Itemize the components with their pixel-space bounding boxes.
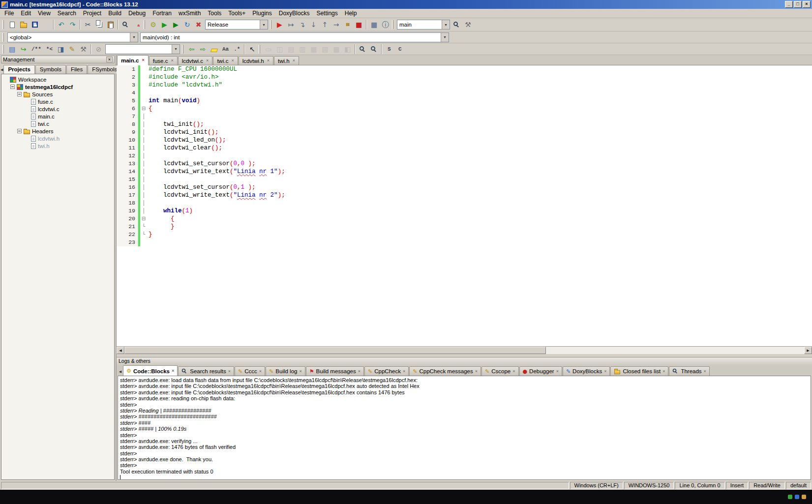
menu-help[interactable]: Help [341,9,361,18]
tab-files[interactable]: Files [66,65,87,74]
toolbar-gripper[interactable] [144,20,145,29]
menu-edit[interactable]: Edit [17,9,34,18]
close-icon[interactable]: × [106,57,113,62]
new-file-button[interactable] [6,19,18,30]
highlight-button[interactable] [209,44,220,55]
maximize-button[interactable]: □ [794,1,802,8]
preferences-button[interactable]: ⚒ [462,19,474,30]
zoom-out-button[interactable] [368,44,380,55]
close-icon[interactable]: × [403,369,405,374]
tree-item-twi-h[interactable]: twi.h [1,142,114,149]
chevron-down-icon[interactable]: ▼ [172,45,180,54]
close-icon[interactable]: × [267,59,270,63]
menu-settings[interactable]: Settings [313,9,341,18]
next-instruction-button[interactable]: → [331,19,342,30]
wxsmith-tool-4-button[interactable]: ▥ [297,44,308,55]
horizontal-scrollbar[interactable]: ◀ ▶ [117,346,812,354]
close-icon[interactable]: × [228,369,231,374]
log-tab-closed-files-list[interactable]: Closed files list× [610,366,668,376]
debug-continue-button[interactable]: ▶ [274,19,285,30]
log-tab-cccc[interactable]: ✎Cccc× [235,366,265,376]
step-out-button[interactable]: ↑ [319,19,331,30]
scrollbar-track[interactable] [124,347,804,354]
chevron-down-icon[interactable]: ▼ [260,20,268,29]
match-case-button[interactable]: Aa [220,44,231,55]
wxsmith-tool-3-button[interactable]: ▤ [285,44,297,55]
log-tab-code-blocks[interactable]: ⚙Code::Blocks× [123,365,178,376]
close-icon[interactable]: × [259,369,262,374]
menu-search[interactable]: Search [54,9,80,18]
menu-build[interactable]: Build [105,9,125,18]
doxyblocks-author-button[interactable]: ◨ [55,44,66,55]
close-icon[interactable]: × [172,369,174,373]
save-all-button[interactable] [40,19,52,30]
close-icon[interactable]: × [556,369,559,374]
menu-fortran[interactable]: Fortran [149,9,175,18]
editor-tab-lcdvtwi-c[interactable]: lcdvtwi.c× [178,56,213,65]
menu-doxyblocks[interactable]: DoxyBlocks [275,9,313,18]
fold-marker[interactable]: ⊟ [140,215,147,223]
log-tab-cscope[interactable]: ✎Cscope× [481,366,518,376]
expander-icon[interactable] [17,129,22,133]
tree-item-headers[interactable]: Headers [1,127,114,135]
break-debugger-button[interactable]: ▮▮ [342,19,353,30]
close-icon[interactable]: × [704,369,706,374]
replace-button[interactable] [131,19,143,30]
tree-item-testmega16lcdpcf[interactable]: testmega16lcdpcf [1,83,114,90]
log-tab-debugger[interactable]: ●Debugger× [519,366,562,376]
log-content[interactable]: stderr> avrdude.exe: load data flash dat… [118,376,811,480]
project-tree[interactable]: Workspacetestmega16lcdpcfSourcesfuse.clc… [1,74,115,480]
menu-wxsmith[interactable]: wxSmith [175,9,204,18]
wxsmith-tool-2-button[interactable]: ◫ [274,44,285,55]
abort-build-button[interactable]: ✖ [193,19,204,30]
toolbar-gripper[interactable] [2,33,4,42]
toolbar-gripper[interactable] [392,20,393,29]
menu-project[interactable]: Project [80,9,105,18]
toolbar-gripper[interactable] [2,45,4,54]
panel-tab-scroll-left[interactable]: ◀ [0,66,3,74]
editor-tab-twi-h[interactable]: twi.h× [274,56,299,65]
wxsmith-tool-6-button[interactable]: ▧ [319,44,331,55]
wxsmith-tool-8-button[interactable]: ◧ [342,44,353,55]
tray-icon[interactable] [795,495,799,499]
close-icon[interactable]: × [206,59,209,63]
menu-tools[interactable]: Tools+ [225,9,249,18]
incsearch-combo[interactable]: ▼ [105,44,180,54]
redo-button[interactable]: ↷ [67,19,78,30]
save-button[interactable] [29,19,40,30]
menu-view[interactable]: View [34,9,54,18]
wxsmith-tool-5-button[interactable]: ▦ [308,44,319,55]
close-button[interactable]: × [803,1,811,8]
step-into-button[interactable]: ↓ [308,19,319,30]
close-icon[interactable]: × [142,58,144,62]
function-combo[interactable]: main(void) : int▼ [140,32,449,42]
find-button[interactable] [120,19,131,30]
zoom-in-button[interactable] [357,44,368,55]
close-icon[interactable]: × [475,369,478,374]
tree-item-fuse-c[interactable]: fuse.c [1,98,114,105]
debugging-windows-button[interactable]: ▦ [368,19,380,30]
copy-button[interactable] [93,19,105,30]
tab-projects[interactable]: Projects [3,65,34,74]
run-button[interactable]: ▶ [159,19,170,30]
close-icon[interactable]: × [171,59,173,63]
close-icon[interactable]: × [358,369,361,374]
nav-back-button[interactable]: ⇦ [186,44,197,55]
doxyblocks-edit-button[interactable]: ✎ [66,44,78,55]
tray-icon[interactable] [788,495,792,499]
tree-item-lcdvtwi-c[interactable]: lcdvtwi.c [1,105,114,113]
editor-tab-lcdvtwi-h[interactable]: lcdvtwi.h× [239,56,273,65]
scroll-left-icon[interactable]: ◀ [117,347,124,354]
toolbar-gripper[interactable] [259,45,260,54]
menu-debug[interactable]: Debug [125,9,149,18]
active-symbol-combo[interactable]: main▼ [397,20,450,30]
goto-symbol-button[interactable] [451,19,462,30]
next-line-button[interactable]: ↴ [297,19,308,30]
tray-icon[interactable] [802,495,806,499]
build-target-combo[interactable]: Release▼ [205,20,268,30]
stop-debugger-button[interactable]: ■ [353,19,364,30]
rebuild-button[interactable]: ↻ [181,19,193,30]
close-icon[interactable]: × [293,59,295,63]
log-tab-search-results[interactable]: Search results× [178,366,234,376]
chevron-down-icon[interactable]: ▼ [441,33,449,42]
